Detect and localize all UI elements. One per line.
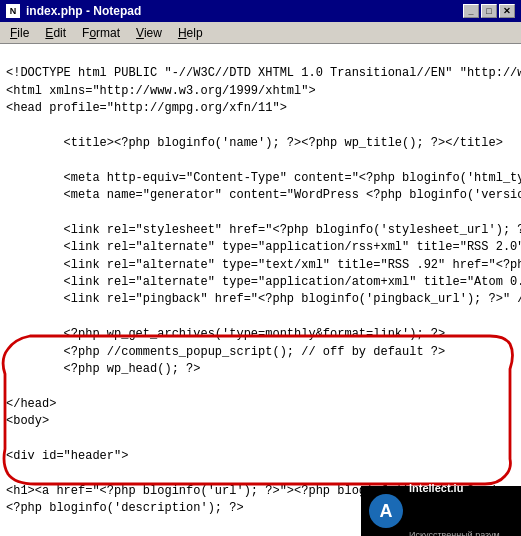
menu-bar: File Edit Format View Help xyxy=(0,22,521,44)
menu-file[interactable]: File xyxy=(4,24,35,42)
app-icon-letter: N xyxy=(10,6,17,16)
menu-help[interactable]: Help xyxy=(172,24,209,42)
maximize-button[interactable]: □ xyxy=(481,4,497,18)
watermark-logo: A xyxy=(369,494,403,528)
watermark-text-block: Intellect.iu Искусственный разум xyxy=(409,446,500,536)
watermark: A Intellect.iu Искусственный разум xyxy=(361,486,521,536)
window-title: index.php - Notepad xyxy=(26,4,141,18)
watermark-subtext: Искусственный разум xyxy=(409,530,500,536)
title-bar: N index.php - Notepad _ □ ✕ xyxy=(0,0,521,22)
watermark-logo-letter: A xyxy=(380,498,393,524)
editor-area[interactable]: <!DOCTYPE html PUBLIC "-//W3C//DTD XHTML… xyxy=(0,44,521,536)
menu-view[interactable]: View xyxy=(130,24,168,42)
close-button[interactable]: ✕ xyxy=(499,4,515,18)
title-bar-buttons: _ □ ✕ xyxy=(463,4,515,18)
minimize-button[interactable]: _ xyxy=(463,4,479,18)
watermark-name: Intellect.iu xyxy=(409,481,500,495)
title-bar-left: N index.php - Notepad xyxy=(6,4,141,18)
menu-format[interactable]: Format xyxy=(76,24,126,42)
app-icon: N xyxy=(6,4,20,18)
menu-edit[interactable]: Edit xyxy=(39,24,72,42)
